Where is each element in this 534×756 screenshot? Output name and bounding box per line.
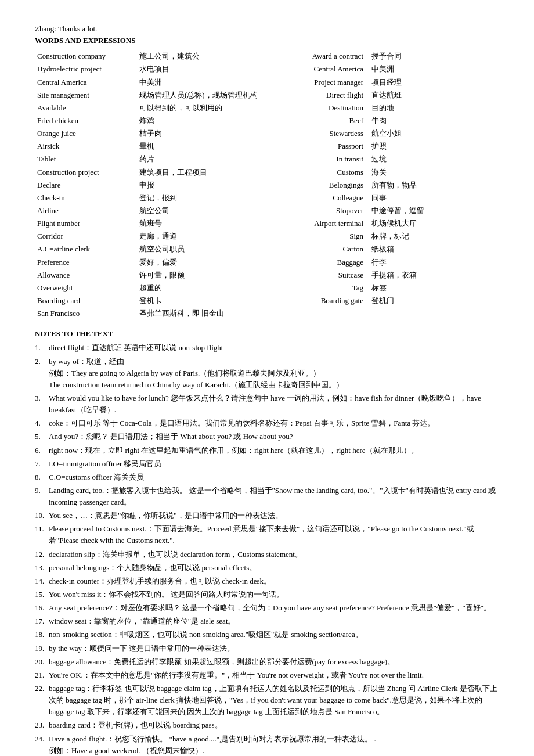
note-body: direct flight：直达航班 英语中还可以说 non-stop flig… — [49, 342, 499, 354]
page-header: Zhang: Thanks a lot. WORDS AND EXPRESSIO… — [35, 23, 499, 46]
note-item: 16.Any seat preference?：对座位有要求吗？ 这是一个省略句… — [35, 602, 499, 614]
vocab-zh: 可以得到的，可以利用的 — [137, 102, 267, 114]
vocab-row: Orange juice 桔子肉 Stewardess 航空小姐 — [35, 127, 499, 140]
vocab-en: Flight number — [35, 217, 137, 230]
vocab-row: Declare 申报 Belongings 所有物，物品 — [35, 179, 499, 192]
note-num: 24. — [35, 733, 49, 756]
note-body: Landing card, too.：把旅客入境卡也给我。 这是一个省略句，相当… — [49, 485, 499, 508]
vocab-zh2: 过境 — [369, 153, 499, 165]
note-item: 20.baggage allowance：免费托运的行李限额 如果超过限额，则超… — [35, 656, 499, 668]
vocab-en: San Francisco — [35, 307, 137, 320]
vocab-en: Corridor — [35, 230, 137, 243]
note-num: 9. — [35, 485, 49, 508]
vocab-en2: Beef — [267, 114, 369, 127]
vocab-zh: 现场管理人员(总称)，现场管理机构 — [137, 89, 267, 102]
vocab-en2: Carton — [267, 243, 369, 255]
note-body: C.O=customs officer 海关关员 — [49, 471, 499, 483]
note-body: Have a good flight.：祝您飞行愉快。 "have a good… — [49, 733, 499, 756]
vocab-en2: Central America — [267, 63, 369, 75]
note-item: 4.coke：可口可乐 等于 Coca-Cola，是口语用法。我们常见的饮料名称… — [35, 417, 499, 429]
note-num: 14. — [35, 575, 49, 587]
note-body: And you?：您呢？ 是口语用法；相当于 What about you? 或… — [49, 431, 499, 442]
vocab-en: Check-in — [35, 192, 137, 204]
vocab-zh: 申报 — [137, 179, 267, 192]
note-item: 22.baggage tag：行李标签 也可以说 baggage claim t… — [35, 683, 499, 718]
vocab-zh2: 手提箱，衣箱 — [369, 269, 499, 282]
vocab-zh2: 航空小姐 — [369, 127, 499, 140]
note-body: declaration slip：海关申报单，也可以说 declaration … — [49, 549, 499, 560]
vocab-row: Boarding card 登机卡 Boarding gate 登机门 — [35, 294, 499, 307]
vocab-row: Airline 航空公司 Stopover 中途停留，逗留 — [35, 204, 499, 217]
vocab-zh2: 机场候机大厅 — [369, 217, 499, 230]
vocab-zh2: 授予合同 — [369, 50, 499, 63]
vocab-zh2: 行李 — [369, 256, 499, 269]
vocab-en2: Direct flight — [267, 89, 369, 102]
note-num: 6. — [35, 445, 49, 456]
vocab-zh: 航班号 — [137, 217, 267, 230]
vocab-zh: 登记，报到 — [137, 192, 267, 204]
vocab-zh2: 项目经理 — [369, 76, 499, 89]
vocab-en: Orange juice — [35, 127, 137, 140]
vocab-en2: Airport terminal — [267, 217, 369, 230]
note-item: 12.declaration slip：海关申报单，也可以说 declarati… — [35, 549, 499, 560]
note-num: 3. — [35, 393, 49, 416]
note-num: 1. — [35, 342, 49, 354]
vocab-en2: Boarding gate — [267, 294, 369, 307]
vocab-row: Fried chicken 炸鸡 Beef 牛肉 — [35, 114, 499, 127]
vocab-row: Check-in 登记，报到 Colleague 同事 — [35, 192, 499, 204]
note-item: 24.Have a good flight.：祝您飞行愉快。 "have a g… — [35, 733, 499, 756]
note-num: 18. — [35, 629, 49, 640]
vocab-zh: 中美洲 — [137, 76, 267, 89]
vocab-zh2: 同事 — [369, 192, 499, 204]
vocab-row: Overweight 超重的 Tag 标签 — [35, 282, 499, 294]
vocab-zh2 — [369, 307, 499, 320]
vocab-en2: Colleague — [267, 192, 369, 204]
note-item: 21.You're OK.：在本文中的意思是"你的行李没有超重。"，相当于 Yo… — [35, 669, 499, 681]
note-num: 10. — [35, 510, 49, 521]
note-num: 23. — [35, 719, 49, 731]
vocab-row: San Francisco 圣弗兰西斯科，即 旧金山 — [35, 307, 499, 320]
vocab-row: Available 可以得到的，可以利用的 Destination 目的地 — [35, 102, 499, 114]
vocab-en2: Baggage — [267, 256, 369, 269]
note-num: 13. — [35, 562, 49, 574]
vocab-en: Preference — [35, 256, 137, 269]
vocab-en2: Award a contract — [267, 50, 369, 63]
vocab-en2: Passport — [267, 140, 369, 153]
notes-title: NOTES TO THE TEXT — [35, 328, 499, 340]
note-body: You see，…：意思是"你瞧，你听我说"，是口语中常用的一种表达法。 — [49, 510, 499, 521]
note-num: 17. — [35, 615, 49, 627]
note-item: 17.window seat：靠窗的座位，"靠通道的座位"是 aisle sea… — [35, 615, 499, 627]
vocab-en: Construction company — [35, 50, 137, 63]
vocab-zh2: 标牌，标记 — [369, 230, 499, 243]
vocab-row: Corridor 走廊，通道 Sign 标牌，标记 — [35, 230, 499, 243]
vocab-en: A.C=airline clerk — [35, 243, 137, 255]
note-body: right now：现在，立即 right 在这里起加重语气的作用，例如：rig… — [49, 445, 499, 456]
vocab-en: Tablet — [35, 153, 137, 165]
note-num: 2. — [35, 356, 49, 391]
vocab-row: Central America 中美洲 Project manager 项目经理 — [35, 76, 499, 89]
note-item: 2.by way of：取道，经由例如：They are going to Al… — [35, 356, 499, 391]
vocab-en2: Destination — [267, 102, 369, 114]
note-body: window seat：靠窗的座位，"靠通道的座位"是 aisle seat。 — [49, 615, 499, 627]
vocab-zh2: 护照 — [369, 140, 499, 153]
vocab-row: Allowance 许可量，限额 Suitcase 手提箱，衣箱 — [35, 269, 499, 282]
vocab-zh2: 牛肉 — [369, 114, 499, 127]
note-body: coke：可口可乐 等于 Coca-Cola，是口语用法。我们常见的饮料名称还有… — [49, 417, 499, 429]
note-item: 11.Please proceed to Customs next.：下面请去海… — [35, 523, 499, 546]
note-num: 5. — [35, 431, 49, 442]
note-num: 7. — [35, 458, 49, 470]
note-item: 9.Landing card, too.：把旅客入境卡也给我。 这是一个省略句，… — [35, 485, 499, 508]
vocab-zh2: 中途停留，逗留 — [369, 204, 499, 217]
note-item: 3.What would you like to have for lunch?… — [35, 393, 499, 416]
note-item: 5.And you?：您呢？ 是口语用法；相当于 What about you?… — [35, 431, 499, 442]
vocab-row: Site management 现场管理人员(总称)，现场管理机构 Direct… — [35, 89, 499, 102]
vocab-row: A.C=airline clerk 航空公司职员 Carton 纸板箱 — [35, 243, 499, 255]
vocab-zh2: 中美洲 — [369, 63, 499, 75]
vocab-zh2: 直达航班 — [369, 89, 499, 102]
note-num: 16. — [35, 602, 49, 614]
note-item: 15.You won't miss it：你不会找不到的。 这是回答问路人时常说… — [35, 589, 499, 600]
note-body: by way of：取道，经由例如：They are going to Alge… — [49, 356, 499, 391]
note-body: You won't miss it：你不会找不到的。 这是回答问路人时常说的一句… — [49, 589, 499, 600]
vocab-zh2: 目的地 — [369, 102, 499, 114]
note-item: 1.direct flight：直达航班 英语中还可以说 non-stop fl… — [35, 342, 499, 354]
